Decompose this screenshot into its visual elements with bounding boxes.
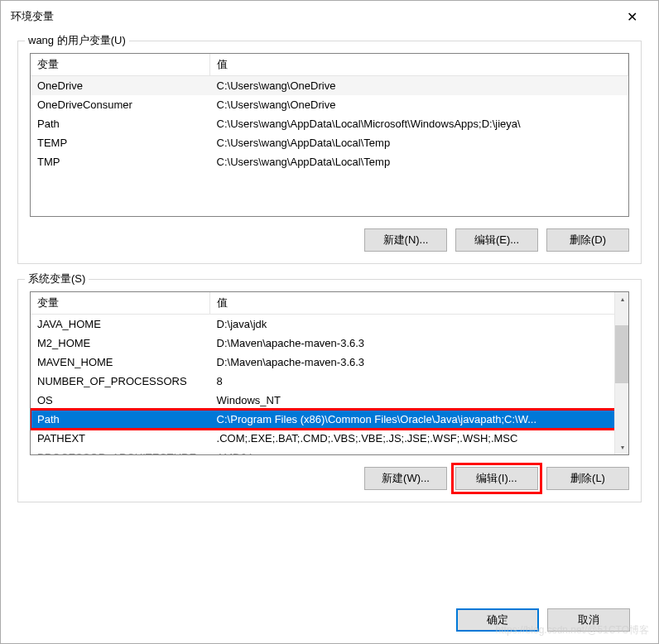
table-row-selected[interactable]: Path C:\Program Files (x86)\Common Files… bbox=[31, 410, 628, 429]
table-row[interactable]: PATHEXT .COM;.EXE;.BAT;.CMD;.VBS;.VBE;.J… bbox=[31, 429, 628, 448]
dialog-title: 环境变量 bbox=[11, 9, 54, 24]
var-cell: JAVA_HOME bbox=[31, 315, 210, 334]
var-cell: Path bbox=[31, 410, 210, 429]
user-vars-buttons: 新建(N)... 编辑(E)... 删除(D) bbox=[30, 228, 629, 252]
sys-edit-button[interactable]: 编辑(I)... bbox=[455, 467, 538, 490]
titlebar: 环境变量 ✕ bbox=[1, 1, 658, 32]
table-row[interactable]: NUMBER_OF_PROCESSORS 8 bbox=[31, 372, 628, 391]
user-header-var[interactable]: 变量 bbox=[31, 54, 209, 76]
val-cell: D:\Maven\apache-maven-3.6.3 bbox=[210, 353, 628, 372]
val-cell: C:\Users\wang\AppData\Local\Temp bbox=[210, 133, 628, 152]
val-cell: C:\Users\wang\AppData\Local\Microsoft\Wi… bbox=[210, 114, 628, 133]
user-vars-table[interactable]: 变量 值 bbox=[31, 54, 628, 76]
environment-variables-dialog: 环境变量 ✕ wang 的用户变量(U) 变量 值 bbox=[0, 0, 659, 644]
table-row[interactable]: MAVEN_HOME D:\Maven\apache-maven-3.6.3 bbox=[31, 353, 628, 372]
sys-vars-buttons: 新建(W)... 编辑(I)... 删除(L) bbox=[30, 467, 629, 490]
val-cell: C:\Users\wang\OneDrive bbox=[210, 76, 628, 95]
dialog-content: wang 的用户变量(U) 变量 值 On bbox=[1, 32, 658, 602]
var-cell: TMP bbox=[31, 152, 210, 171]
sys-new-button[interactable]: 新建(W)... bbox=[364, 467, 447, 490]
val-cell: C:\Users\wang\OneDrive bbox=[210, 95, 628, 114]
var-cell: PROCESSOR_ARCHITECTURE bbox=[31, 448, 210, 455]
ok-button[interactable]: 确定 bbox=[456, 608, 539, 632]
var-cell: TEMP bbox=[31, 133, 210, 152]
user-edit-button[interactable]: 编辑(E)... bbox=[455, 228, 538, 252]
var-cell: MAVEN_HOME bbox=[31, 353, 210, 372]
dialog-buttons: 确定 取消 bbox=[1, 602, 658, 643]
val-cell: AMD64 bbox=[210, 448, 628, 455]
sys-scrollbar[interactable]: ▴ ▾ bbox=[614, 292, 628, 454]
table-row[interactable]: TEMP C:\Users\wang\AppData\Local\Temp bbox=[31, 133, 628, 152]
table-row[interactable]: JAVA_HOME D:\java\jdk bbox=[31, 315, 628, 334]
user-new-button[interactable]: 新建(N)... bbox=[364, 228, 447, 252]
var-cell: OS bbox=[31, 391, 210, 410]
table-row[interactable]: PROCESSOR_ARCHITECTURE AMD64 bbox=[31, 448, 628, 455]
val-cell: .COM;.EXE;.BAT;.CMD;.VBS;.VBE;.JS;.JSE;.… bbox=[210, 429, 628, 448]
user-variables-group: wang 的用户变量(U) 变量 值 On bbox=[17, 41, 642, 264]
table-row[interactable]: OneDriveConsumer C:\Users\wang\OneDrive bbox=[31, 95, 628, 114]
val-cell: D:\java\jdk bbox=[210, 315, 628, 334]
var-cell: Path bbox=[31, 114, 210, 133]
table-row[interactable]: OS Windows_NT bbox=[31, 391, 628, 410]
var-cell: OneDrive bbox=[31, 76, 210, 95]
table-row[interactable]: OneDrive C:\Users\wang\OneDrive bbox=[31, 76, 628, 95]
cancel-button[interactable]: 取消 bbox=[547, 608, 630, 632]
val-cell: D:\Maven\apache-maven-3.6.3 bbox=[210, 334, 628, 353]
table-row[interactable]: Path C:\Users\wang\AppData\Local\Microso… bbox=[31, 114, 628, 133]
sys-vars-table-container: 变量 值 JAVA_HOME D:\java\jdk bbox=[30, 291, 629, 455]
var-cell: PATHEXT bbox=[31, 429, 210, 448]
var-cell: OneDriveConsumer bbox=[31, 95, 210, 114]
table-row[interactable]: M2_HOME D:\Maven\apache-maven-3.6.3 bbox=[31, 334, 628, 353]
sys-vars-label: 系统变量(S) bbox=[25, 272, 89, 286]
close-icon: ✕ bbox=[627, 9, 637, 25]
user-vars-label: wang 的用户变量(U) bbox=[25, 33, 129, 48]
val-cell: C:\Users\wang\AppData\Local\Temp bbox=[210, 152, 628, 171]
scrollbar-thumb[interactable] bbox=[615, 325, 629, 383]
var-cell: M2_HOME bbox=[31, 334, 210, 353]
sys-header-var[interactable]: 变量 bbox=[31, 292, 209, 315]
table-row[interactable]: TMP C:\Users\wang\AppData\Local\Temp bbox=[31, 152, 628, 171]
sys-vars-table[interactable]: 变量 值 bbox=[31, 292, 628, 315]
sys-delete-button[interactable]: 删除(L) bbox=[546, 467, 629, 490]
system-variables-group: 系统变量(S) 变量 值 JAVA_HOM bbox=[17, 279, 642, 502]
var-cell: NUMBER_OF_PROCESSORS bbox=[31, 372, 210, 391]
val-cell: Windows_NT bbox=[210, 391, 628, 410]
val-cell: 8 bbox=[210, 372, 628, 391]
sys-header-val[interactable]: 值 bbox=[209, 292, 628, 315]
user-header-val[interactable]: 值 bbox=[209, 54, 628, 76]
scroll-up-icon[interactable]: ▴ bbox=[615, 292, 629, 306]
scroll-down-icon[interactable]: ▾ bbox=[615, 440, 629, 454]
close-button[interactable]: ✕ bbox=[615, 4, 648, 29]
user-delete-button[interactable]: 删除(D) bbox=[546, 228, 629, 252]
val-cell: C:\Program Files (x86)\Common Files\Orac… bbox=[210, 410, 628, 429]
user-vars-table-container: 变量 值 OneDrive C:\Users\wang\OneDrive bbox=[30, 53, 629, 217]
